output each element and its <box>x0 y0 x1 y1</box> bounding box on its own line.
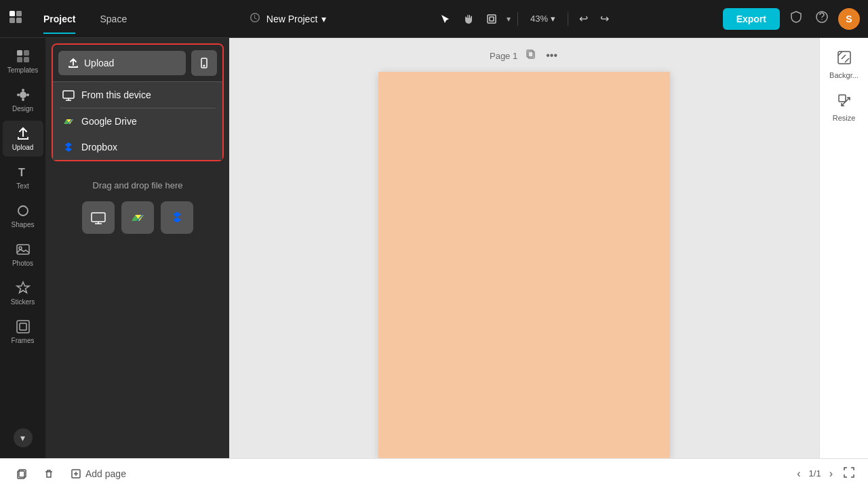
svg-point-11 <box>20 92 26 98</box>
delete-page-button[interactable] <box>38 466 60 482</box>
sidebar: Templates Design Upload T Text <box>0 38 46 458</box>
canvas-area: Page 1 ••• <box>229 38 819 458</box>
svg-rect-3 <box>16 18 22 23</box>
sidebar-item-upload[interactable]: Upload <box>3 121 43 157</box>
svg-rect-2 <box>9 18 15 23</box>
sidebar-item-shapes[interactable]: Shapes <box>3 198 43 234</box>
select-tool-button[interactable] <box>436 9 455 28</box>
canvas-page[interactable] <box>378 72 670 458</box>
upload-phone-button[interactable] <box>191 50 217 76</box>
logo-icon[interactable] <box>8 9 23 28</box>
resize-icon <box>837 93 852 111</box>
hand-tool-button[interactable] <box>459 9 478 28</box>
page-indicator: 1/1 <box>809 468 821 479</box>
project-name-button[interactable]: New Project ▾ <box>267 14 326 24</box>
add-page-button[interactable]: Add page <box>65 466 132 482</box>
bottombar: Add page ‹ 1/1 › <box>0 458 868 488</box>
sidebar-item-frames[interactable]: Frames <box>3 314 43 350</box>
frame-tool-button[interactable] <box>482 9 501 28</box>
tab-project[interactable]: Project <box>31 9 87 28</box>
svg-point-13 <box>22 98 24 101</box>
page-label: Page 1 <box>490 51 517 61</box>
drag-drop-area: Drag and drop file here <box>46 167 229 241</box>
sidebar-item-label: Photos <box>12 260 33 267</box>
resize-button[interactable]: Resize <box>823 87 866 127</box>
dropbox-source-button[interactable] <box>161 201 193 234</box>
upload-source-icons <box>82 201 193 234</box>
svg-point-12 <box>22 89 24 92</box>
svg-rect-18 <box>17 245 29 254</box>
svg-rect-26 <box>92 213 105 222</box>
export-button[interactable]: Export <box>723 8 780 30</box>
device-source-button[interactable] <box>82 201 115 234</box>
svg-rect-30 <box>839 95 846 102</box>
svg-marker-20 <box>17 282 29 293</box>
avatar[interactable]: S <box>838 8 860 30</box>
drag-drop-label: Drag and drop file here <box>93 180 183 190</box>
svg-rect-10 <box>24 57 29 62</box>
zoom-button[interactable]: 43% ▾ <box>525 11 561 26</box>
svg-rect-21 <box>17 321 29 333</box>
svg-rect-8 <box>24 50 29 56</box>
sidebar-item-photos[interactable]: Photos <box>3 237 43 272</box>
gdrive-source-button[interactable] <box>121 201 154 234</box>
svg-point-17 <box>18 206 28 216</box>
shield-icon-button[interactable] <box>787 7 806 30</box>
sidebar-item-design[interactable]: Design <box>3 82 43 118</box>
svg-rect-9 <box>17 57 22 62</box>
svg-rect-4 <box>488 15 496 23</box>
sidebar-more-button[interactable]: ▾ <box>14 428 33 447</box>
svg-text:T: T <box>18 167 25 178</box>
sidebar-item-label: Design <box>12 105 33 113</box>
upload-button[interactable]: Upload <box>58 51 186 75</box>
right-sidebar: Backgr... Resize <box>819 38 868 458</box>
sidebar-item-label: Templates <box>7 66 39 74</box>
background-icon <box>837 50 852 68</box>
page-copy-button[interactable] <box>524 47 538 64</box>
sidebar-item-label: Stickers <box>11 298 35 306</box>
help-icon-button[interactable] <box>812 7 831 30</box>
upload-panel: Upload From this device <box>46 38 229 458</box>
prev-page-button[interactable]: ‹ <box>794 465 803 483</box>
page-more-button[interactable]: ••• <box>545 48 559 63</box>
svg-rect-0 <box>9 11 15 16</box>
sidebar-item-templates[interactable]: Templates <box>3 43 43 79</box>
tab-space[interactable]: Space <box>87 9 139 28</box>
background-button[interactable]: Backgr... <box>823 45 866 85</box>
sidebar-item-label: Text <box>16 182 28 190</box>
svg-point-15 <box>26 94 29 96</box>
redo-button[interactable]: ↪ <box>596 8 613 29</box>
svg-rect-5 <box>490 17 494 21</box>
svg-rect-22 <box>20 323 26 330</box>
dropbox-item[interactable]: Dropbox <box>53 134 222 160</box>
google-drive-item[interactable]: Google Drive <box>53 108 222 134</box>
sidebar-item-label: Frames <box>12 337 35 344</box>
svg-rect-7 <box>17 50 22 56</box>
undo-button[interactable]: ↩ <box>575 8 592 29</box>
separator <box>517 12 518 26</box>
separator2 <box>568 12 568 26</box>
svg-rect-25 <box>63 91 74 98</box>
sidebar-item-text[interactable]: T Text <box>3 159 43 195</box>
sidebar-item-label: Upload <box>12 144 34 151</box>
duplicate-page-button[interactable] <box>11 466 33 482</box>
next-page-button[interactable]: › <box>827 465 835 483</box>
from-device-item[interactable]: From this device <box>53 82 222 108</box>
svg-point-14 <box>17 94 20 96</box>
fullscreen-button[interactable] <box>841 464 857 483</box>
svg-point-24 <box>203 65 205 66</box>
sidebar-item-stickers[interactable]: Stickers <box>3 275 43 311</box>
svg-rect-1 <box>16 11 22 16</box>
sidebar-item-label: Shapes <box>12 221 35 228</box>
